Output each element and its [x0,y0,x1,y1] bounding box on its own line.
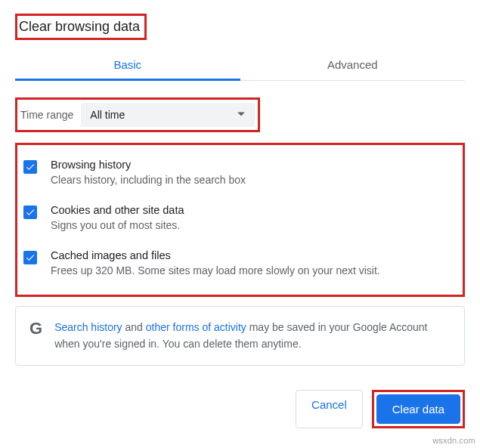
option-cache: Cached images and files Frees up 320 MB.… [22,242,458,287]
time-range-select[interactable]: All time [81,103,255,127]
option-title: Cookies and other site data [51,204,184,216]
check-icon [25,162,36,172]
options-group: Browsing history Clears history, includi… [15,143,465,297]
time-range-label: Time range [20,109,73,121]
check-icon [25,207,36,218]
time-range-row: Time range All time [15,97,260,132]
tab-advanced[interactable]: Advanced [240,51,466,80]
watermark: wsxdn.com [432,436,475,445]
option-browsing-history: Browsing history Clears history, includi… [22,151,458,196]
chevron-down-icon [237,109,246,121]
checkbox-browsing-history[interactable] [23,160,37,174]
tab-bar: Basic Advanced [15,51,465,81]
option-desc: Frees up 320 MB. Some sites may load mor… [51,264,380,277]
option-title: Cached images and files [51,249,380,261]
dialog-title: Clear browsing data [15,14,147,40]
link-other-activity[interactable]: other forms of activity [146,321,246,333]
check-icon [25,252,36,263]
option-title: Browsing history [51,159,246,171]
checkbox-cookies[interactable] [23,205,37,219]
option-desc: Signs you out of most sites. [51,219,184,231]
option-desc: Clears history, including in the search … [51,174,246,186]
checkbox-cache[interactable] [23,251,37,264]
link-search-history[interactable]: Search history [54,321,122,333]
cancel-button[interactable]: Cancel [296,390,363,428]
clear-browsing-data-dialog: Clear browsing data Basic Advanced Time … [0,0,480,366]
info-message: Search history and other forms of activi… [54,319,451,353]
dialog-actions: Cancel Clear data [296,390,465,428]
google-account-info: G Search history and other forms of acti… [15,306,465,366]
time-range-value: All time [90,109,125,121]
option-cookies: Cookies and other site data Signs you ou… [22,196,458,242]
google-logo-icon: G [29,319,42,337]
clear-data-highlight: Clear data [372,390,465,428]
clear-data-button[interactable]: Clear data [376,394,460,424]
tab-basic[interactable]: Basic [15,51,240,80]
